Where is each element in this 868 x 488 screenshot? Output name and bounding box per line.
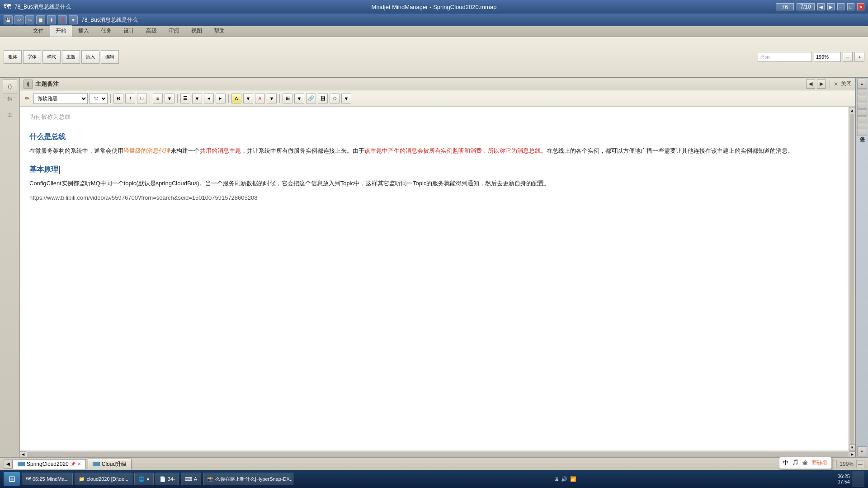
tab-design[interactable]: 设计 xyxy=(118,25,140,37)
widget-label-all: 全 xyxy=(802,459,808,467)
rsp-bottom-btn[interactable]: ▼ xyxy=(857,446,867,456)
search-field[interactable]: 显示 xyxy=(758,52,812,62)
table-btn[interactable]: ⊞ xyxy=(283,94,292,103)
taskbar-item-keyboard[interactable]: ⌨ A xyxy=(181,473,201,485)
notes-scrollbar[interactable]: ▲ ▼ xyxy=(849,107,855,450)
scroll-up-btn[interactable]: ▲ xyxy=(849,107,855,113)
scroll-down-btn[interactable]: ▼ xyxy=(849,444,855,450)
notes-next-btn[interactable]: ▶ xyxy=(817,80,826,89)
tb-btn-3[interactable]: 样式 xyxy=(42,50,61,64)
list-dropdown[interactable]: ▼ xyxy=(192,94,202,103)
zoom-minus[interactable]: ─ xyxy=(856,460,864,468)
tab-start[interactable]: 开始 xyxy=(50,25,72,37)
app-window: 🗺 78_Bus消息总线是什么 Mindjet MindManager - Sp… xyxy=(0,0,868,488)
hscroll-right-btn[interactable]: ▶ xyxy=(849,451,855,458)
tb-btn-6[interactable]: 编辑 xyxy=(101,50,119,64)
start-button[interactable]: ⊞ xyxy=(4,472,20,486)
notes-close-label[interactable]: 关闭 xyxy=(841,80,852,88)
scroll-thumb[interactable] xyxy=(849,114,854,444)
minimize-btn[interactable]: ─ xyxy=(837,3,844,10)
format-pencil-icon[interactable]: ✏ xyxy=(23,94,32,103)
shape-btn[interactable]: ◇ xyxy=(330,94,340,103)
right-tab-outline[interactable]: 大纲 xyxy=(857,123,867,129)
list-btn[interactable]: ☰ xyxy=(180,94,190,103)
zoom-field[interactable]: 199% xyxy=(814,52,841,62)
right-tab-nav[interactable]: 导航 xyxy=(857,103,867,109)
tab-cloud-upgrade[interactable]: Cloud升级 xyxy=(88,459,132,469)
fmt-sep-2 xyxy=(150,94,150,103)
qa-dropdown[interactable]: ▼ xyxy=(69,15,78,24)
notes-prev-btn[interactable]: ◀ xyxy=(806,80,815,89)
tab-springcloud2020[interactable]: SpringCloud2020 📌 ✕ xyxy=(13,459,86,469)
bold-btn[interactable]: B xyxy=(113,94,123,103)
maximize-btn[interactable]: □ xyxy=(847,3,854,10)
right-tab-display[interactable]: 显示 xyxy=(857,89,867,95)
align-dropdown[interactable]: ▼ xyxy=(165,94,175,103)
taskbar-item-mindmanager[interactable]: 🗺 06:25 MindMa... xyxy=(22,473,73,485)
tab-scroll-left[interactable]: ◀ xyxy=(4,460,13,469)
taskbar-item-cloud[interactable]: 📁 cloud2020 [D:\de... xyxy=(75,473,132,485)
indent-less-btn[interactable]: ◂ xyxy=(204,94,214,103)
quick-access-bar: 💾 ↩ ↪ 📋 ⬇ ❓ ▼ 78_Bus消息总线是什么 xyxy=(0,14,868,26)
indent-more-btn[interactable]: ▸ xyxy=(216,94,226,103)
collapse-sidebar-btn[interactable]: ⟨⟩ xyxy=(3,80,17,94)
right-tab-task[interactable]: 任务信息 xyxy=(857,130,867,136)
tab-close-icon-1[interactable]: ✕ xyxy=(77,461,81,466)
show-desktop-btn[interactable] xyxy=(852,471,864,487)
hscroll-thumb[interactable] xyxy=(27,452,849,457)
qa-icon-4[interactable]: 📋 xyxy=(36,15,45,24)
tab-file[interactable]: 文件 xyxy=(27,25,50,37)
widget-label-brand: 商硅谷 xyxy=(811,459,828,467)
section-link-1[interactable]: https://www.bilibili.com/video/av5597670… xyxy=(29,194,840,201)
tab-advanced[interactable]: 高级 xyxy=(140,25,163,37)
save-icon[interactable]: 💾 xyxy=(4,15,13,24)
qa-icon-5[interactable]: ⬇ xyxy=(47,15,56,24)
notes-content[interactable]: 为何被称为总线 什么是总线 在微服务架构的系统中，通常会使用轻量级的消息代理来构… xyxy=(20,107,849,450)
font-size-select[interactable]: 14 xyxy=(90,93,108,104)
shape-dropdown[interactable]: ▼ xyxy=(341,94,351,103)
highlight-dropdown[interactable]: ▼ xyxy=(243,94,253,103)
tab-help[interactable]: 帮助 xyxy=(208,25,231,37)
tab-review[interactable]: 审阅 xyxy=(163,25,185,37)
undo-icon[interactable]: ↩ xyxy=(14,15,24,24)
tab-insert[interactable]: 插入 xyxy=(72,25,95,37)
notes-close-x[interactable]: ✕ xyxy=(834,81,838,87)
image-btn[interactable]: 🖼 xyxy=(318,94,328,103)
tb-btn-5[interactable]: 插入 xyxy=(81,50,99,64)
right-tab-format[interactable]: 格式 xyxy=(857,116,867,122)
help-icon[interactable]: ❓ xyxy=(58,15,67,24)
hscroll-left-btn[interactable]: ◀ xyxy=(20,451,26,458)
floating-widget[interactable]: 中 🎵 全 商硅谷 xyxy=(779,457,832,469)
notes-hscrollbar[interactable]: ◀ ▶ xyxy=(20,451,855,457)
text-color-dropdown[interactable]: ▼ xyxy=(267,94,277,103)
clock-date: 07:54 xyxy=(837,479,850,484)
tab-task[interactable]: 任务 xyxy=(95,25,118,37)
next-page-btn[interactable]: ▶ xyxy=(827,3,835,10)
taskbar-item-doc[interactable]: 📄 34- xyxy=(156,473,179,485)
zoom-in-btn[interactable]: + xyxy=(854,52,864,62)
section-para-1: 在微服务架构的系统中，通常会使用轻量级的消息代理来构建一个共用的消息主题，并让系… xyxy=(29,145,840,156)
prev-page-btn[interactable]: ◀ xyxy=(817,3,825,10)
zoom-out-btn[interactable]: ─ xyxy=(843,52,853,62)
panel-collapse-btn[interactable]: ⟪ xyxy=(24,80,33,89)
highlight-btn[interactable]: A xyxy=(231,94,241,103)
table-dropdown[interactable]: ▼ xyxy=(294,94,304,103)
section-para-2: ConfigClient实例都监听MQ中同一个topic(默认是springCl… xyxy=(29,178,840,188)
font-family-select[interactable]: 微软雅黑 xyxy=(33,93,88,104)
tb-btn-4[interactable]: 主题 xyxy=(62,50,80,64)
text-color-btn[interactable]: A xyxy=(255,94,265,103)
italic-btn[interactable]: I xyxy=(125,94,135,103)
redo-icon[interactable]: ↪ xyxy=(25,15,34,24)
tb-btn-1[interactable]: 粗体 xyxy=(4,50,22,64)
tab-view[interactable]: 视图 xyxy=(185,25,208,37)
right-tab-notes[interactable]: 笔记 xyxy=(857,96,867,102)
taskbar-item-snap[interactable]: 📸 么你在路上听什么|HyperSnap-DX... xyxy=(203,473,293,485)
right-tab-insert[interactable]: 插入 xyxy=(857,109,867,116)
close-btn[interactable]: ✕ xyxy=(857,3,864,10)
tb-btn-2[interactable]: 字体 xyxy=(23,50,41,64)
rsp-top-btn[interactable]: ▲ xyxy=(857,79,867,89)
align-btn[interactable]: ≡ xyxy=(153,94,163,103)
link-btn[interactable]: 🔗 xyxy=(306,94,316,103)
taskbar-item-browser[interactable]: 🌐 ● xyxy=(134,473,154,485)
underline-btn[interactable]: U xyxy=(137,94,147,103)
